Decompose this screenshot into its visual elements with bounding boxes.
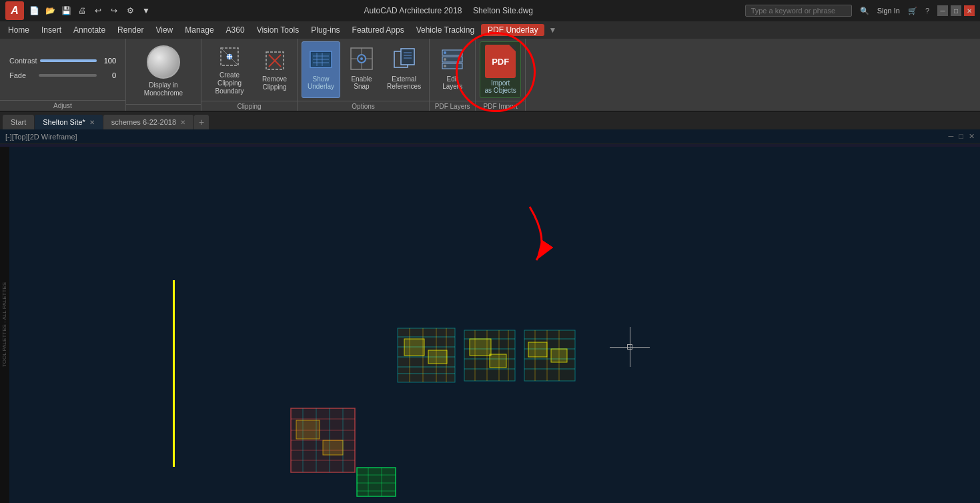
remove-clipping-label: RemoveClipping — [262, 75, 287, 91]
svg-rect-55 — [490, 354, 506, 368]
display-monochrome-btn[interactable]: Display in Monochrome — [130, 41, 197, 101]
fade-slider-row: Fade 0 — [9, 71, 116, 79]
import-as-objects-icon-wrap: PDF — [484, 45, 516, 78]
search-input[interactable] — [745, 5, 852, 17]
svg-rect-77 — [323, 440, 343, 455]
qa-workspace[interactable]: ⚙ — [124, 5, 136, 17]
fade-slider[interactable] — [39, 74, 97, 77]
tab-schemes[interactable]: schemes 6-22-2018 ✕ — [103, 115, 193, 129]
options-section: ShowUnderlay EnableSnap — [298, 39, 430, 111]
enable-snap-icon — [349, 46, 374, 71]
canvas-close[interactable]: ✕ — [969, 132, 975, 141]
show-underlay-icon-wrap — [306, 45, 336, 74]
floor-plan-block-2 — [463, 329, 516, 382]
pdf-import-top: PDF Importas Objects — [476, 39, 525, 101]
tab-shelton-close[interactable]: ✕ — [89, 119, 95, 126]
edit-layers-icon-wrap — [438, 44, 467, 73]
title-bar-right: 🔍 Sign In 🛒 ? ─ □ ✕ — [745, 5, 975, 17]
qa-redo[interactable]: ↪ — [108, 5, 120, 17]
floor-plan-block-1 — [396, 327, 456, 384]
qa-undo[interactable]: ↩ — [92, 5, 104, 17]
tab-shelton-site-label: Shelton Site* — [43, 118, 85, 126]
external-references-btn[interactable]: ExternalReferences — [383, 41, 425, 98]
menu-annotate[interactable]: Annotate — [68, 24, 111, 36]
contrast-value: 100 — [99, 57, 116, 65]
crosshair-square — [627, 344, 632, 350]
menu-plugins[interactable]: Plug-ins — [306, 24, 345, 36]
options-label: Options — [298, 101, 429, 111]
adjust-controls: Contrast 100 Fade 0 — [0, 39, 125, 100]
menu-manage[interactable]: Manage — [179, 24, 219, 36]
search-icon[interactable]: 🔍 — [860, 7, 869, 15]
menu-extra-dropdown[interactable]: ▼ — [548, 25, 556, 35]
vertical-label: TOOL PALETTES - ALL PALETTES — [2, 282, 7, 367]
pdf-import-label: PDF Import — [476, 101, 525, 111]
tab-add-btn[interactable]: + — [194, 115, 209, 129]
fade-label: Fade — [9, 71, 36, 79]
import-as-objects-label: Importas Objects — [485, 79, 516, 94]
qa-save[interactable]: 💾 — [60, 5, 72, 17]
remove-clipping-btn[interactable]: RemoveClipping — [256, 45, 293, 94]
pdf-import-section: PDF Importas Objects PDF Import — [476, 39, 526, 111]
svg-rect-78 — [357, 468, 396, 496]
create-clipping-btn[interactable]: Create ClippingBoundary — [205, 41, 254, 98]
import-pdf-icon: PDF — [485, 45, 516, 78]
menu-view[interactable]: View — [150, 24, 178, 36]
floor-plan-svg-3 — [523, 329, 576, 382]
show-underlay-btn[interactable]: ShowUnderlay — [302, 41, 340, 98]
options-top: ShowUnderlay EnableSnap — [298, 39, 429, 101]
floor-plan-svg-2 — [463, 329, 516, 382]
help-icon[interactable]: ? — [925, 7, 929, 15]
menu-render[interactable]: Render — [112, 24, 149, 36]
svg-point-32 — [444, 65, 446, 67]
monochrome-section: Display in Monochrome — [126, 39, 201, 111]
minimize-btn[interactable]: ─ — [937, 5, 948, 16]
canvas-header: [-][Top][2D Wireframe] ─ □ ✕ — [0, 129, 980, 144]
qa-dropdown[interactable]: ▼ — [140, 5, 152, 17]
qa-open[interactable]: 📂 — [44, 5, 56, 17]
menu-featured-apps[interactable]: Featured Apps — [347, 24, 410, 36]
svg-rect-54 — [470, 339, 491, 356]
menu-vehicle-tracking[interactable]: Vehicle Tracking — [411, 24, 480, 36]
tab-shelton-site[interactable]: Shelton Site* ✕ — [35, 115, 103, 129]
floor-plan-lower-svg — [290, 407, 356, 474]
canvas-main[interactable]: TOOL PALETTES - ALL PALETTES — [0, 147, 980, 503]
enable-snap-label: EnableSnap — [351, 75, 372, 90]
yellow-vertical-line — [173, 280, 175, 467]
floor-plan-group-top — [396, 327, 576, 384]
floor-plan-block-lower — [290, 407, 356, 476]
sign-in-link[interactable]: Sign In — [877, 7, 900, 15]
enable-snap-icon-wrap — [347, 44, 376, 73]
show-underlay-label: ShowUnderlay — [308, 75, 334, 90]
menu-a360[interactable]: A360 — [221, 24, 250, 36]
menu-home[interactable]: Home — [3, 24, 35, 36]
drawing-content[interactable] — [9, 147, 980, 503]
ribbon-adjust-section: Contrast 100 Fade 0 Adjust — [0, 39, 126, 111]
pdf-layers-top: EditLayers — [430, 39, 475, 101]
pdf-layers-label: PDF Layers — [430, 101, 475, 111]
enable-snap-btn[interactable]: EnableSnap — [343, 41, 380, 98]
canvas-win-controls: ─ □ ✕ — [949, 132, 975, 141]
close-btn[interactable]: ✕ — [964, 5, 975, 16]
contrast-fill — [40, 59, 97, 62]
maximize-btn[interactable]: □ — [951, 5, 961, 16]
vertical-toolbar: TOOL PALETTES - ALL PALETTES — [0, 147, 9, 503]
contrast-slider[interactable] — [40, 59, 97, 62]
qa-new[interactable]: 📄 — [28, 5, 40, 17]
tab-start[interactable]: Start — [3, 115, 34, 129]
menu-pdf-underlay[interactable]: PDF Underlay — [481, 24, 544, 36]
svg-point-31 — [444, 58, 446, 61]
canvas-minimize[interactable]: ─ — [949, 132, 954, 141]
external-references-label: ExternalReferences — [387, 75, 421, 90]
tab-schemes-close[interactable]: ✕ — [180, 119, 185, 126]
canvas-maximize[interactable]: □ — [959, 132, 963, 141]
import-as-objects-btn[interactable]: PDF Importas Objects — [480, 41, 521, 98]
autocad-logo[interactable]: A — [5, 1, 24, 20]
clipping-section: Create ClippingBoundary RemoveClipping C… — [201, 39, 298, 111]
qa-print[interactable]: 🖨 — [76, 5, 88, 17]
menu-vision-tools[interactable]: Vision Tools — [252, 24, 305, 36]
monochrome-icon — [147, 45, 180, 79]
edit-layers-btn[interactable]: EditLayers — [434, 41, 471, 98]
menu-insert[interactable]: Insert — [36, 24, 67, 36]
cart-icon[interactable]: 🛒 — [908, 7, 917, 15]
